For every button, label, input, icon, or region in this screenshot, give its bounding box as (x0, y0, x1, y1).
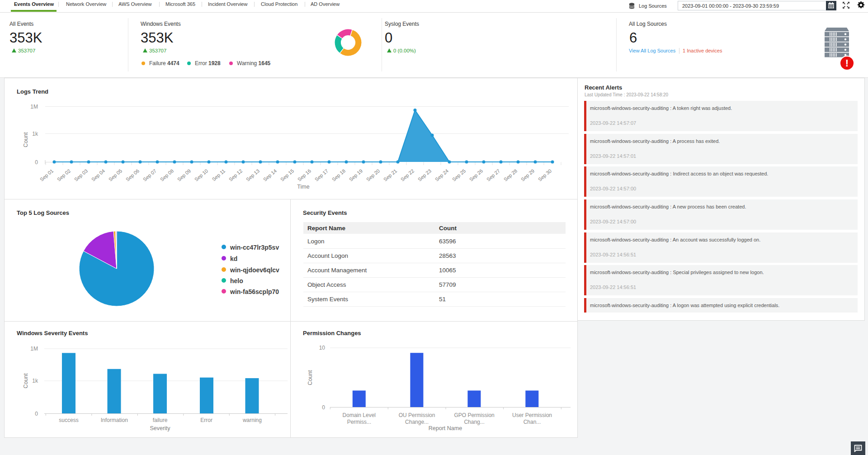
svg-text:Sep 25: Sep 25 (451, 168, 467, 182)
svg-text:Sep 08: Sep 08 (159, 168, 175, 182)
svg-text:Count: Count (23, 373, 29, 389)
svg-text:Sep 23: Sep 23 (417, 168, 432, 182)
svg-text:Error: Error (200, 417, 212, 423)
svg-text:Sep 14: Sep 14 (262, 168, 278, 182)
svg-text:Sep 30: Sep 30 (537, 168, 552, 182)
svg-text:warning: warning (242, 417, 262, 423)
svg-text:Sep 13: Sep 13 (245, 168, 260, 182)
svg-text:Sep 03: Sep 03 (73, 168, 89, 182)
svg-text:Sep 27: Sep 27 (486, 168, 501, 182)
svg-text:0: 0 (35, 159, 38, 166)
svg-text:1k: 1k (32, 378, 38, 384)
svg-text:Time: Time (297, 184, 309, 190)
svg-text:Domain Level: Domain Level (343, 412, 376, 418)
svg-text:1M: 1M (30, 346, 38, 352)
svg-text:Sep 15: Sep 15 (279, 168, 295, 182)
svg-text:Sep 28: Sep 28 (503, 168, 518, 182)
svg-text:Severity: Severity (150, 425, 170, 431)
svg-text:Sep 12: Sep 12 (228, 168, 243, 182)
svg-text:10: 10 (319, 345, 326, 351)
svg-text:Change...: Change... (405, 419, 429, 425)
svg-text:1k: 1k (32, 131, 38, 137)
svg-text:Sep 22: Sep 22 (400, 168, 415, 182)
svg-text:Count: Count (307, 370, 313, 385)
svg-text:User Permission: User Permission (512, 412, 552, 418)
svg-text:Sep 11: Sep 11 (211, 168, 226, 182)
svg-text:Sep 07: Sep 07 (142, 168, 157, 182)
svg-text:Chang...: Chang... (464, 419, 484, 425)
svg-text:Sep 26: Sep 26 (468, 168, 484, 182)
svg-text:Sep 18: Sep 18 (331, 168, 346, 182)
svg-text:success: success (59, 417, 78, 423)
svg-text:1M: 1M (30, 104, 38, 110)
svg-text:Sep 24: Sep 24 (434, 168, 449, 182)
svg-text:Sep 17: Sep 17 (314, 168, 329, 182)
svg-text:Sep 29: Sep 29 (520, 168, 535, 182)
svg-text:GPO Permission: GPO Permission (454, 412, 494, 418)
svg-text:Information: Information (101, 417, 128, 423)
svg-text:Sep 21: Sep 21 (382, 168, 398, 182)
svg-text:Sep 04: Sep 04 (90, 168, 106, 182)
svg-text:Report Name: Report Name (429, 425, 462, 431)
svg-text:Sep 10: Sep 10 (193, 168, 209, 182)
svg-text:Sep 05: Sep 05 (108, 168, 123, 182)
svg-text:Sep 16: Sep 16 (297, 168, 312, 182)
svg-text:Sep 06: Sep 06 (125, 168, 140, 182)
svg-text:Sep 09: Sep 09 (176, 168, 192, 182)
svg-text:Sep 01: Sep 01 (39, 168, 54, 182)
svg-text:failure: failure (153, 417, 168, 423)
svg-text:0: 0 (35, 411, 38, 417)
svg-text:Permiss...: Permiss... (347, 419, 371, 425)
svg-text:Sep 20: Sep 20 (365, 168, 381, 182)
svg-text:Sep 02: Sep 02 (56, 168, 71, 182)
svg-text:OU Permission: OU Permission (399, 412, 435, 418)
svg-text:Chan...: Chan... (524, 419, 541, 425)
svg-text:Sep 19: Sep 19 (348, 168, 363, 182)
svg-text:0: 0 (322, 404, 325, 411)
svg-text:Count: Count (23, 132, 29, 147)
